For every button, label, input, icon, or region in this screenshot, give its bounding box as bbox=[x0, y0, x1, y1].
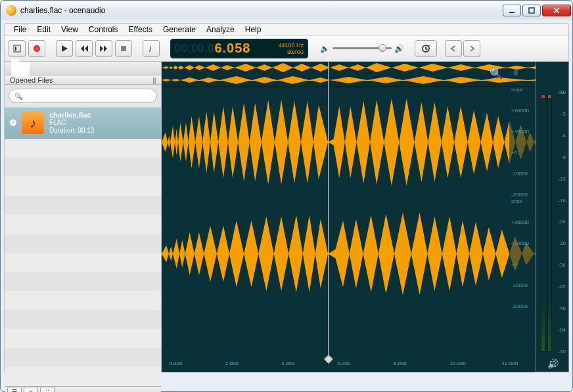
menu-view[interactable]: View bbox=[56, 24, 83, 35]
toolbar: i 00:00:06.058 44100 Hzstereo 🔈 🔊 bbox=[4, 35, 569, 62]
zoom-in-icon[interactable]: 🔍 bbox=[490, 67, 503, 79]
maximize-button[interactable] bbox=[522, 5, 541, 16]
waveform-channel-right[interactable]: smpl+20000+10000+0-10000-20000 bbox=[162, 198, 536, 310]
svg-text:i: i bbox=[149, 45, 152, 53]
file-meta: charlies.flac FLAC Duration: 00:13 bbox=[49, 111, 94, 135]
time-dim: 00:00:0 bbox=[175, 43, 214, 54]
overview-track[interactable]: 🔍 ||| bbox=[162, 62, 536, 87]
play-button[interactable] bbox=[56, 40, 73, 57]
svg-rect-4 bbox=[121, 46, 126, 51]
menu-edit[interactable]: Edit bbox=[32, 24, 56, 35]
speaker-low-icon: 🔈 bbox=[320, 44, 330, 53]
sidebar-section-header: Opened Files ||| bbox=[5, 76, 161, 85]
info-button[interactable]: i bbox=[143, 40, 160, 57]
goto-start-button[interactable] bbox=[9, 40, 26, 57]
amplitude-scale: smpl+20000+10000+0-10000-20000 bbox=[509, 198, 536, 309]
svg-rect-3 bbox=[15, 47, 16, 51]
sidebar-footer: ☰ ≡ ⁚⁚ bbox=[5, 386, 161, 392]
db-meter: dB 0-3-6-9-12-18-24-30-36-42-48-54-60 🔊 bbox=[536, 62, 569, 372]
volume-slider[interactable]: 🔈 🔊 bbox=[320, 44, 404, 53]
close-button[interactable] bbox=[542, 5, 571, 16]
app-icon bbox=[6, 5, 16, 16]
rewind-button[interactable] bbox=[76, 40, 93, 57]
waveform-area[interactable]: 🔍 ||| smpl+20000+10000+0-10000-20000 smp… bbox=[162, 62, 536, 372]
stop-button[interactable] bbox=[115, 40, 132, 57]
search-input[interactable] bbox=[9, 89, 157, 103]
history-button[interactable] bbox=[415, 40, 437, 57]
waveform-channel-left[interactable]: smpl+20000+10000+0-10000-20000 bbox=[162, 87, 536, 198]
check-icon: ✓ bbox=[10, 120, 16, 126]
menu-generate[interactable]: Generate bbox=[158, 24, 201, 35]
speaker-icon[interactable]: 🔊 bbox=[537, 359, 568, 369]
menu-effects[interactable]: Effects bbox=[124, 24, 158, 35]
menu-help[interactable]: Help bbox=[240, 24, 267, 35]
amplitude-scale: smpl+20000+10000+0-10000-20000 bbox=[509, 87, 536, 198]
titlebar: charlies.flac - ocenaudio bbox=[0, 0, 573, 20]
time-main: 6.058 bbox=[214, 41, 250, 56]
svg-rect-2 bbox=[14, 45, 20, 52]
time-ruler[interactable]: 0.000 2.000 4.000 6.000 8.000 10.000 12.… bbox=[162, 359, 536, 372]
file-list: ✓ ♪ charlies.flac FLAC Duration: 00:13 bbox=[5, 107, 161, 386]
sidebar: Opened Files ||| ✓ ♪ charlies.flac FLAC … bbox=[4, 62, 162, 372]
menu-controls[interactable]: Controls bbox=[83, 24, 124, 35]
meter-bars bbox=[541, 95, 554, 352]
window-title: charlies.flac - ocenaudio bbox=[20, 6, 503, 15]
sidebar-search bbox=[5, 85, 161, 107]
panel-grip-icon[interactable]: ||| bbox=[514, 68, 517, 76]
time-display[interactable]: 00:00:06.058 44100 Hzstereo bbox=[170, 39, 308, 58]
speaker-high-icon: 🔊 bbox=[394, 44, 404, 53]
svg-rect-1 bbox=[529, 8, 534, 13]
view-list-button[interactable]: ☰ bbox=[7, 387, 22, 392]
sidebar-header[interactable] bbox=[5, 62, 161, 76]
db-scale: 0-3-6-9-12-18-24-30-36-42-48-54-60 bbox=[558, 89, 566, 355]
file-item[interactable]: ✓ ♪ charlies.flac FLAC Duration: 00:13 bbox=[5, 107, 161, 139]
view-detail-button[interactable]: ≡ bbox=[24, 387, 38, 392]
time-meta: 44100 Hzstereo bbox=[278, 42, 304, 55]
view-grid-button[interactable]: ⁚⁚ bbox=[40, 387, 55, 392]
menubar: File Edit View Controls Effects Generate… bbox=[4, 23, 569, 35]
nav-back-button[interactable] bbox=[445, 40, 462, 57]
svg-rect-0 bbox=[509, 12, 515, 13]
file-thumb-icon: ♪ bbox=[22, 112, 44, 134]
forward-button[interactable] bbox=[95, 40, 112, 57]
minimize-button[interactable] bbox=[503, 5, 521, 16]
record-button[interactable] bbox=[28, 40, 45, 57]
nav-forward-button[interactable] bbox=[463, 40, 480, 57]
grip-icon[interactable]: ||| bbox=[152, 77, 156, 84]
folder-icon bbox=[11, 62, 30, 76]
menu-analyze[interactable]: Analyze bbox=[201, 24, 240, 35]
menu-file[interactable]: File bbox=[9, 24, 32, 35]
playhead-cursor[interactable] bbox=[328, 62, 329, 359]
